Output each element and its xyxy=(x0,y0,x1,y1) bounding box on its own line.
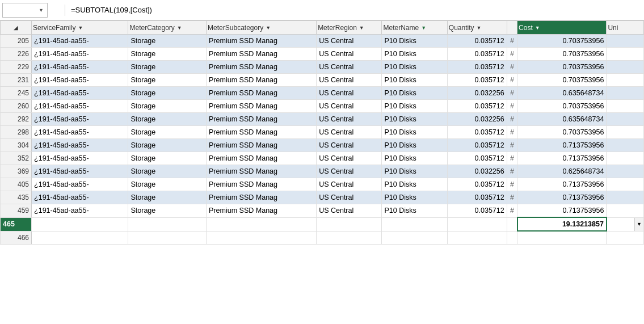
filter-icon-quantity[interactable]: ▼ xyxy=(477,22,482,34)
scroll-down-icon[interactable]: ▼ xyxy=(634,218,643,231)
cell-cost[interactable]: 0.635648734 xyxy=(517,113,607,126)
cell-subtotal-cost[interactable]: 19.13213857 xyxy=(517,217,607,231)
cell-subtotal-sf[interactable] xyxy=(32,217,128,231)
cell-metercategory[interactable]: Storage xyxy=(128,191,207,204)
cell-cost[interactable]: 0.713753956 xyxy=(517,139,607,152)
cell-metercategory[interactable]: Storage xyxy=(128,126,207,139)
cell-metercategory[interactable]: Storage xyxy=(128,113,207,126)
cell-metersubcategory[interactable]: Premium SSD Manag xyxy=(207,35,317,48)
cell-metercategory[interactable]: Storage xyxy=(128,61,207,74)
cell-cost[interactable]: 0.713753956 xyxy=(517,178,607,191)
cell-quantity[interactable]: 0.035712 xyxy=(447,126,507,139)
cell-meterregion[interactable]: US Central xyxy=(317,61,382,74)
cell-servicefamily[interactable]: ¿191-45ad-aa55- xyxy=(32,74,128,87)
cell-466-mn[interactable] xyxy=(382,231,447,244)
cell-466-sf[interactable] xyxy=(32,231,128,244)
cell-subtotal-qty[interactable] xyxy=(447,217,507,231)
col-header-servicefamily[interactable]: ServiceFamily ▼ xyxy=(32,21,128,35)
cell-metername[interactable]: P10 Disks xyxy=(382,48,447,61)
cell-metercategory[interactable]: Storage xyxy=(128,165,207,178)
cell-subtotal-mc[interactable] xyxy=(128,217,207,231)
cell-servicefamily[interactable]: ¿191-45ad-aa55- xyxy=(32,152,128,165)
cell-metercategory[interactable]: Storage xyxy=(128,152,207,165)
cell-subtotal-mn[interactable] xyxy=(382,217,447,231)
cell-metersubcategory[interactable]: Premium SSD Manag xyxy=(207,74,317,87)
cell-quantity[interactable]: 0.035712 xyxy=(447,178,507,191)
cell-466-msc[interactable] xyxy=(207,231,317,244)
cell-meterregion[interactable]: US Central xyxy=(317,87,382,100)
cell-quantity[interactable]: 0.035712 xyxy=(447,100,507,113)
cell-servicefamily[interactable]: ¿191-45ad-aa55- xyxy=(32,139,128,152)
cell-servicefamily[interactable]: ¿191-45ad-aa55- xyxy=(32,126,128,139)
filter-icon-meterregion[interactable]: ▼ xyxy=(359,22,364,34)
cell-meterregion[interactable]: US Central xyxy=(317,204,382,218)
col-header-metersubcategory[interactable]: MeterSubcategory ▼ xyxy=(207,21,317,35)
cell-metername[interactable]: P10 Disks xyxy=(382,35,447,48)
cell-466-qty[interactable] xyxy=(447,231,507,244)
cell-cost[interactable]: 0.703753956 xyxy=(517,61,607,74)
cell-quantity[interactable]: 0.035712 xyxy=(447,204,507,218)
cell-servicefamily[interactable]: ¿191-45ad-aa55- xyxy=(32,61,128,74)
cell-quantity[interactable]: 0.032256 xyxy=(447,113,507,126)
cell-cost[interactable]: 0.713753956 xyxy=(517,191,607,204)
cell-servicefamily[interactable]: ¿191-45ad-aa55- xyxy=(32,191,128,204)
cell-metercategory[interactable]: Storage xyxy=(128,178,207,191)
cell-cost[interactable]: 0.713753956 xyxy=(517,152,607,165)
cell-cost[interactable]: 0.635648734 xyxy=(517,87,607,100)
cell-cost[interactable]: 0.703753956 xyxy=(517,74,607,87)
cell-metername[interactable]: P10 Disks xyxy=(382,61,447,74)
cell-meterregion[interactable]: US Central xyxy=(317,113,382,126)
cell-meterregion[interactable]: US Central xyxy=(317,48,382,61)
cell-quantity[interactable]: 0.035712 xyxy=(447,48,507,61)
cell-quantity[interactable]: 0.035712 xyxy=(447,191,507,204)
col-header-metercategory[interactable]: MeterCategory ▼ xyxy=(128,21,207,35)
cell-metername[interactable]: P10 Disks xyxy=(382,152,447,165)
cell-metername[interactable]: P10 Disks xyxy=(382,87,447,100)
cell-metername[interactable]: P10 Disks xyxy=(382,165,447,178)
cell-metersubcategory[interactable]: Premium SSD Manag xyxy=(207,87,317,100)
cell-quantity[interactable]: 0.035712 xyxy=(447,74,507,87)
cell-metername[interactable]: P10 Disks xyxy=(382,74,447,87)
cell-cost[interactable]: 0.703753956 xyxy=(517,35,607,48)
cell-metercategory[interactable]: Storage xyxy=(128,48,207,61)
cell-metercategory[interactable]: Storage xyxy=(128,100,207,113)
cell-meterregion[interactable]: US Central xyxy=(317,126,382,139)
cell-meterregion[interactable]: US Central xyxy=(317,139,382,152)
cell-servicefamily[interactable]: ¿191-45ad-aa55- xyxy=(32,100,128,113)
cell-meterregion[interactable]: US Central xyxy=(317,35,382,48)
cell-servicefamily[interactable]: ¿191-45ad-aa55- xyxy=(32,48,128,61)
cell-servicefamily[interactable]: ¿191-45ad-aa55- xyxy=(32,178,128,191)
filter-icon-metersubcategory[interactable]: ▼ xyxy=(266,22,271,34)
cell-cost[interactable]: 0.703753956 xyxy=(517,126,607,139)
name-box[interactable]: ▼ xyxy=(2,3,48,18)
cell-servicefamily[interactable]: ¿191-45ad-aa55- xyxy=(32,87,128,100)
cell-metercategory[interactable]: Storage xyxy=(128,35,207,48)
cell-metersubcategory[interactable]: Premium SSD Manag xyxy=(207,178,317,191)
col-header-quantity[interactable]: Quantity ▼ xyxy=(447,21,507,35)
cell-metersubcategory[interactable]: Premium SSD Manag xyxy=(207,152,317,165)
filter-icon-metername[interactable]: ▼ xyxy=(421,22,426,34)
cell-metercategory[interactable]: Storage xyxy=(128,139,207,152)
cell-cost[interactable]: 0.703753956 xyxy=(517,48,607,61)
cell-quantity[interactable]: 0.032256 xyxy=(447,165,507,178)
cell-quantity[interactable]: 0.035712 xyxy=(447,61,507,74)
cell-metername[interactable]: P10 Disks xyxy=(382,113,447,126)
cell-metersubcategory[interactable]: Premium SSD Manag xyxy=(207,61,317,74)
cell-metersubcategory[interactable]: Premium SSD Manag xyxy=(207,204,317,218)
filter-icon-metercategory[interactable]: ▼ xyxy=(177,22,182,34)
cell-metername[interactable]: P10 Disks xyxy=(382,100,447,113)
cell-subtotal-msc[interactable] xyxy=(207,217,317,231)
filter-icon-servicefamily[interactable]: ▼ xyxy=(78,22,83,34)
cell-metersubcategory[interactable]: Premium SSD Manag xyxy=(207,126,317,139)
cell-cost[interactable]: 0.703753956 xyxy=(517,100,607,113)
col-header-meterregion[interactable]: MeterRegion ▼ xyxy=(317,21,382,35)
cell-466-mr[interactable] xyxy=(317,231,382,244)
cell-metersubcategory[interactable]: Premium SSD Manag xyxy=(207,191,317,204)
cell-servicefamily[interactable]: ¿191-45ad-aa55- xyxy=(32,204,128,218)
cell-metername[interactable]: P10 Disks xyxy=(382,139,447,152)
cell-quantity[interactable]: 0.035712 xyxy=(447,35,507,48)
cell-metername[interactable]: P10 Disks xyxy=(382,204,447,218)
cell-metercategory[interactable]: Storage xyxy=(128,204,207,218)
cell-metercategory[interactable]: Storage xyxy=(128,87,207,100)
cell-metercategory[interactable]: Storage xyxy=(128,74,207,87)
